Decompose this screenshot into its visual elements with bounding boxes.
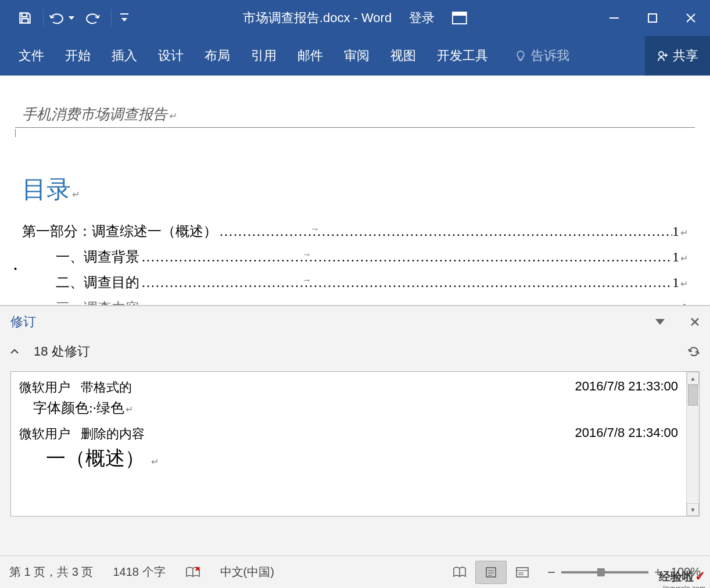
svg-point-5 bbox=[659, 52, 664, 56]
list-bullet: ▪ bbox=[14, 264, 17, 273]
title-bar: 市场调查报告.docx - Word 登录 bbox=[0, 0, 710, 36]
ribbon-options-icon bbox=[452, 12, 467, 24]
scrollbar[interactable]: ▲ ▼ bbox=[686, 372, 699, 516]
save-button[interactable] bbox=[9, 0, 41, 36]
revisions-header: 修订 bbox=[0, 306, 710, 338]
toc-page: 1 bbox=[672, 275, 679, 291]
svg-rect-0 bbox=[120, 13, 128, 15]
toc-text: 第一部分：调查综述一（概述） bbox=[22, 222, 217, 241]
ribbon-display-button[interactable] bbox=[452, 12, 467, 24]
print-layout-button[interactable] bbox=[475, 561, 507, 584]
chevron-down-icon bbox=[655, 319, 665, 325]
toc-entry-3[interactable]: 二、调查目的 → 1↵ bbox=[22, 273, 688, 292]
svg-rect-3 bbox=[609, 17, 619, 19]
customize-qat-button[interactable] bbox=[114, 0, 135, 36]
document-area[interactable]: 手机消费市场调查报告↵ ▪ 目录↵ 第一部分：调查综述一（概述） → 1↵ 一、… bbox=[0, 76, 710, 306]
chevron-up-icon bbox=[10, 349, 19, 354]
tab-home[interactable]: 开始 bbox=[55, 36, 101, 76]
revisions-list-container: 微软用户带格式的 2016/7/8 21:33:00 字体颜色:·绿色↵ 微软用… bbox=[10, 371, 700, 517]
svg-rect-10 bbox=[517, 568, 528, 577]
revisions-subheader: 18 处修订 bbox=[0, 338, 710, 365]
status-bar: 第 1 页，共 3 页 1418 个字 中文(中国) − + 100% bbox=[0, 555, 710, 588]
close-button[interactable] bbox=[672, 0, 710, 36]
chevron-down-icon bbox=[120, 13, 128, 23]
redo-button[interactable] bbox=[77, 0, 109, 36]
revision-item[interactable]: 微软用户带格式的 2016/7/8 21:33:00 字体颜色:·绿色↵ bbox=[19, 379, 678, 417]
revision-body: 字体颜色:·绿色↵ bbox=[19, 399, 678, 417]
page-indicator[interactable]: 第 1 页，共 3 页 bbox=[9, 564, 93, 580]
maximize-button[interactable] bbox=[633, 0, 672, 36]
toc-text: 二、调查目的 bbox=[56, 273, 139, 292]
document-content: 手机消费市场调查报告↵ ▪ 目录↵ 第一部分：调查综述一（概述） → 1↵ 一、… bbox=[0, 76, 710, 306]
language-indicator[interactable]: 中文(中国) bbox=[220, 564, 274, 580]
maximize-icon bbox=[648, 13, 657, 23]
tell-me-search[interactable]: 告诉我 bbox=[504, 36, 580, 76]
pane-options-button[interactable] bbox=[655, 319, 665, 325]
scroll-thumb[interactable] bbox=[688, 385, 698, 406]
page-icon bbox=[485, 567, 497, 578]
tab-file[interactable]: 文件 bbox=[8, 36, 55, 76]
share-label: 共享 bbox=[673, 47, 698, 64]
login-link[interactable]: 登录 bbox=[409, 9, 435, 27]
tab-developer[interactable]: 开发工具 bbox=[426, 36, 499, 76]
tell-me-label: 告诉我 bbox=[531, 47, 569, 64]
revision-action: 删除的内容 bbox=[81, 426, 145, 441]
pane-close-button[interactable] bbox=[690, 317, 700, 327]
undo-button[interactable] bbox=[46, 0, 77, 36]
revisions-title: 修订 bbox=[10, 313, 36, 331]
toc-page: 1 bbox=[672, 249, 679, 265]
ribbon-tabs: 文件 开始 插入 设计 布局 引用 邮件 审阅 视图 开发工具 告诉我 共享 bbox=[0, 36, 710, 76]
tab-mailings[interactable]: 邮件 bbox=[287, 36, 334, 76]
header-rule bbox=[15, 127, 695, 128]
share-icon bbox=[657, 49, 669, 62]
document-title: 市场调查报告.docx - Word bbox=[243, 9, 392, 27]
spell-check-button[interactable] bbox=[185, 566, 200, 579]
scroll-down-button[interactable]: ▼ bbox=[687, 503, 699, 516]
read-icon bbox=[453, 567, 467, 578]
toc-entry-1[interactable]: 第一部分：调查综述一（概述） → 1↵ bbox=[22, 222, 688, 241]
watermark-domain: jingyanla.com bbox=[663, 585, 705, 588]
share-button[interactable]: 共享 bbox=[645, 36, 710, 76]
zoom-out-button[interactable]: − bbox=[547, 564, 555, 580]
word-count[interactable]: 1418 个字 bbox=[113, 564, 165, 580]
toc-leader: → bbox=[217, 224, 672, 239]
tab-layout[interactable]: 布局 bbox=[194, 36, 241, 76]
close-icon bbox=[686, 13, 696, 23]
revision-item[interactable]: 微软用户删除的内容 2016/7/8 21:34:00 一（概述） ↵ bbox=[19, 425, 678, 472]
watermark: 经验啦✓ bbox=[659, 569, 705, 585]
tab-insert[interactable]: 插入 bbox=[101, 36, 148, 76]
tab-review[interactable]: 审阅 bbox=[334, 36, 380, 76]
tab-design[interactable]: 设计 bbox=[148, 36, 194, 76]
scroll-up-button[interactable]: ▲ bbox=[687, 372, 699, 385]
close-icon bbox=[690, 317, 700, 327]
minimize-button[interactable] bbox=[595, 0, 633, 36]
view-buttons bbox=[444, 561, 538, 584]
lightbulb-icon bbox=[515, 50, 526, 62]
toc-text: 三、调查内容 bbox=[56, 299, 139, 306]
toc-entry-2[interactable]: 一、调查背景 → 1↵ bbox=[22, 248, 688, 266]
separator bbox=[111, 9, 112, 27]
tab-references[interactable]: 引用 bbox=[241, 36, 287, 76]
revision-user: 微软用户 bbox=[19, 426, 70, 441]
revisions-count: 18 处修订 bbox=[34, 343, 90, 360]
revision-action: 带格式的 bbox=[81, 380, 132, 395]
web-layout-button[interactable] bbox=[507, 561, 538, 584]
toc-text: 一、调查背景 bbox=[56, 248, 139, 266]
zoom-slider[interactable] bbox=[561, 571, 648, 573]
refresh-icon bbox=[688, 346, 700, 357]
refresh-button[interactable] bbox=[688, 346, 700, 357]
collapse-button[interactable] bbox=[10, 349, 19, 354]
book-icon bbox=[185, 566, 200, 579]
toc-entry-4[interactable]: 三、调查内容 1 bbox=[22, 299, 688, 306]
toc-page: 1 bbox=[681, 300, 688, 306]
zoom-thumb[interactable] bbox=[597, 568, 604, 576]
web-icon bbox=[515, 567, 529, 578]
read-mode-button[interactable] bbox=[444, 561, 475, 584]
revisions-list[interactable]: 微软用户带格式的 2016/7/8 21:33:00 字体颜色:·绿色↵ 微软用… bbox=[11, 372, 686, 516]
revision-body: 一（概述） ↵ bbox=[19, 445, 678, 472]
page-header: 手机消费市场调查报告↵ bbox=[22, 105, 688, 124]
tab-view[interactable]: 视图 bbox=[380, 36, 426, 76]
revision-time: 2016/7/8 21:33:00 bbox=[575, 379, 678, 396]
toc-leader: → bbox=[139, 275, 672, 291]
revision-time: 2016/7/8 21:34:00 bbox=[575, 425, 678, 443]
